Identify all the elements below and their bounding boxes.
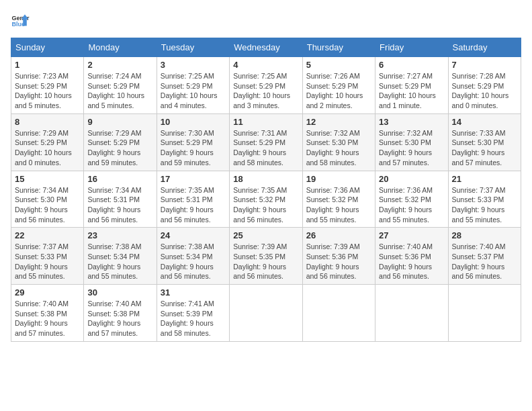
calendar-cell: 5Sunrise: 7:26 AMSunset: 5:29 PMDaylight… <box>302 57 375 114</box>
calendar-cell: 25Sunrise: 7:39 AMSunset: 5:35 PMDayligh… <box>230 228 302 285</box>
calendar-table: SundayMondayTuesdayWednesdayThursdayFrid… <box>11 38 521 342</box>
day-number: 10 <box>161 117 226 127</box>
week-row-2: 8Sunrise: 7:29 AMSunset: 5:29 PMDaylight… <box>11 113 521 171</box>
day-info: Sunrise: 7:40 AMSunset: 5:36 PMDaylight:… <box>379 242 444 281</box>
day-info: Sunrise: 7:28 AMSunset: 5:29 PMDaylight:… <box>452 71 517 111</box>
logo-icon: General Blue <box>11 11 30 30</box>
day-number: 11 <box>233 117 298 127</box>
day-info: Sunrise: 7:34 AMSunset: 5:31 PMDaylight:… <box>87 185 152 225</box>
day-number: 2 <box>87 60 152 70</box>
day-number: 28 <box>452 230 517 240</box>
calendar-cell: 24Sunrise: 7:38 AMSunset: 5:34 PMDayligh… <box>157 228 229 285</box>
calendar-cell: 4Sunrise: 7:25 AMSunset: 5:29 PMDaylight… <box>230 57 302 114</box>
day-info: Sunrise: 7:40 AMSunset: 5:38 PMDaylight:… <box>15 299 80 338</box>
calendar-cell: 23Sunrise: 7:38 AMSunset: 5:34 PMDayligh… <box>84 228 157 285</box>
header-cell-friday: Friday <box>375 38 448 57</box>
calendar-cell: 31Sunrise: 7:41 AMSunset: 5:39 PMDayligh… <box>157 285 229 342</box>
day-info: Sunrise: 7:35 AMSunset: 5:31 PMDaylight:… <box>161 185 226 225</box>
day-info: Sunrise: 7:36 AMSunset: 5:32 PMDaylight:… <box>306 185 371 225</box>
calendar-cell: 11Sunrise: 7:31 AMSunset: 5:29 PMDayligh… <box>230 113 302 171</box>
day-number: 4 <box>233 60 298 70</box>
day-number: 15 <box>15 174 80 184</box>
day-info: Sunrise: 7:39 AMSunset: 5:35 PMDaylight:… <box>233 242 298 281</box>
header-row: SundayMondayTuesdayWednesdayThursdayFrid… <box>11 38 521 57</box>
day-number: 19 <box>306 174 371 184</box>
day-info: Sunrise: 7:33 AMSunset: 5:30 PMDaylight:… <box>452 128 517 168</box>
day-info: Sunrise: 7:25 AMSunset: 5:29 PMDaylight:… <box>233 71 298 111</box>
logo: General Blue <box>11 11 30 30</box>
day-number: 24 <box>161 230 226 240</box>
day-number: 22 <box>15 230 80 240</box>
calendar-cell: 14Sunrise: 7:33 AMSunset: 5:30 PMDayligh… <box>448 113 521 171</box>
calendar-cell: 28Sunrise: 7:40 AMSunset: 5:37 PMDayligh… <box>448 228 521 285</box>
header-cell-thursday: Thursday <box>302 38 375 57</box>
day-number: 16 <box>87 174 152 184</box>
day-info: Sunrise: 7:37 AMSunset: 5:33 PMDaylight:… <box>452 185 517 225</box>
day-info: Sunrise: 7:32 AMSunset: 5:30 PMDaylight:… <box>306 128 371 168</box>
day-info: Sunrise: 7:36 AMSunset: 5:32 PMDaylight:… <box>379 185 444 225</box>
day-info: Sunrise: 7:31 AMSunset: 5:29 PMDaylight:… <box>233 128 298 168</box>
day-info: Sunrise: 7:41 AMSunset: 5:39 PMDaylight:… <box>161 299 226 338</box>
calendar-cell: 20Sunrise: 7:36 AMSunset: 5:32 PMDayligh… <box>375 171 448 228</box>
calendar-cell <box>375 285 448 342</box>
calendar-cell: 8Sunrise: 7:29 AMSunset: 5:29 PMDaylight… <box>11 113 84 171</box>
day-info: Sunrise: 7:39 AMSunset: 5:36 PMDaylight:… <box>306 242 371 281</box>
page-header: General Blue <box>11 11 521 30</box>
day-number: 14 <box>452 117 517 127</box>
day-number: 26 <box>306 230 371 240</box>
calendar-cell: 27Sunrise: 7:40 AMSunset: 5:36 PMDayligh… <box>375 228 448 285</box>
day-info: Sunrise: 7:30 AMSunset: 5:29 PMDaylight:… <box>161 128 226 168</box>
week-row-5: 29Sunrise: 7:40 AMSunset: 5:38 PMDayligh… <box>11 285 521 342</box>
day-info: Sunrise: 7:29 AMSunset: 5:29 PMDaylight:… <box>15 128 80 168</box>
day-number: 7 <box>452 60 517 70</box>
day-number: 27 <box>379 230 444 240</box>
calendar-cell: 2Sunrise: 7:24 AMSunset: 5:29 PMDaylight… <box>84 57 157 114</box>
day-number: 17 <box>161 174 226 184</box>
day-info: Sunrise: 7:24 AMSunset: 5:29 PMDaylight:… <box>87 71 152 111</box>
day-info: Sunrise: 7:29 AMSunset: 5:29 PMDaylight:… <box>87 128 152 168</box>
day-number: 5 <box>306 60 371 70</box>
calendar-cell: 21Sunrise: 7:37 AMSunset: 5:33 PMDayligh… <box>448 171 521 228</box>
day-number: 8 <box>15 117 80 127</box>
day-number: 31 <box>161 287 226 298</box>
day-info: Sunrise: 7:40 AMSunset: 5:38 PMDaylight:… <box>87 299 152 338</box>
header-cell-sunday: Sunday <box>11 38 84 57</box>
week-row-4: 22Sunrise: 7:37 AMSunset: 5:33 PMDayligh… <box>11 228 521 285</box>
header-cell-wednesday: Wednesday <box>230 38 302 57</box>
day-info: Sunrise: 7:25 AMSunset: 5:29 PMDaylight:… <box>161 71 226 111</box>
day-info: Sunrise: 7:23 AMSunset: 5:29 PMDaylight:… <box>15 71 80 111</box>
day-number: 20 <box>379 174 444 184</box>
day-number: 9 <box>87 117 152 127</box>
calendar-cell: 9Sunrise: 7:29 AMSunset: 5:29 PMDaylight… <box>84 113 157 171</box>
day-info: Sunrise: 7:38 AMSunset: 5:34 PMDaylight:… <box>87 242 152 281</box>
calendar-cell: 1Sunrise: 7:23 AMSunset: 5:29 PMDaylight… <box>11 57 84 114</box>
calendar-cell <box>302 285 375 342</box>
calendar-cell: 15Sunrise: 7:34 AMSunset: 5:30 PMDayligh… <box>11 171 84 228</box>
day-number: 25 <box>233 230 298 240</box>
calendar-cell: 6Sunrise: 7:27 AMSunset: 5:29 PMDaylight… <box>375 57 448 114</box>
calendar-cell: 17Sunrise: 7:35 AMSunset: 5:31 PMDayligh… <box>157 171 229 228</box>
day-info: Sunrise: 7:32 AMSunset: 5:30 PMDaylight:… <box>379 128 444 168</box>
calendar-cell <box>448 285 521 342</box>
svg-text:Blue: Blue <box>11 21 25 28</box>
calendar-cell: 7Sunrise: 7:28 AMSunset: 5:29 PMDaylight… <box>448 57 521 114</box>
calendar-cell: 30Sunrise: 7:40 AMSunset: 5:38 PMDayligh… <box>84 285 157 342</box>
header-cell-saturday: Saturday <box>448 38 521 57</box>
day-number: 23 <box>87 230 152 240</box>
day-number: 3 <box>161 60 226 70</box>
day-number: 18 <box>233 174 298 184</box>
calendar-cell: 16Sunrise: 7:34 AMSunset: 5:31 PMDayligh… <box>84 171 157 228</box>
day-number: 21 <box>452 174 517 184</box>
day-info: Sunrise: 7:34 AMSunset: 5:30 PMDaylight:… <box>15 185 80 225</box>
week-row-1: 1Sunrise: 7:23 AMSunset: 5:29 PMDaylight… <box>11 57 521 114</box>
calendar-cell: 22Sunrise: 7:37 AMSunset: 5:33 PMDayligh… <box>11 228 84 285</box>
day-number: 1 <box>15 60 80 70</box>
header-cell-monday: Monday <box>84 38 157 57</box>
day-info: Sunrise: 7:35 AMSunset: 5:32 PMDaylight:… <box>233 185 298 225</box>
week-row-3: 15Sunrise: 7:34 AMSunset: 5:30 PMDayligh… <box>11 171 521 228</box>
calendar-cell: 19Sunrise: 7:36 AMSunset: 5:32 PMDayligh… <box>302 171 375 228</box>
day-number: 30 <box>87 287 152 298</box>
calendar-cell: 13Sunrise: 7:32 AMSunset: 5:30 PMDayligh… <box>375 113 448 171</box>
calendar-cell: 26Sunrise: 7:39 AMSunset: 5:36 PMDayligh… <box>302 228 375 285</box>
day-info: Sunrise: 7:40 AMSunset: 5:37 PMDaylight:… <box>452 242 517 281</box>
